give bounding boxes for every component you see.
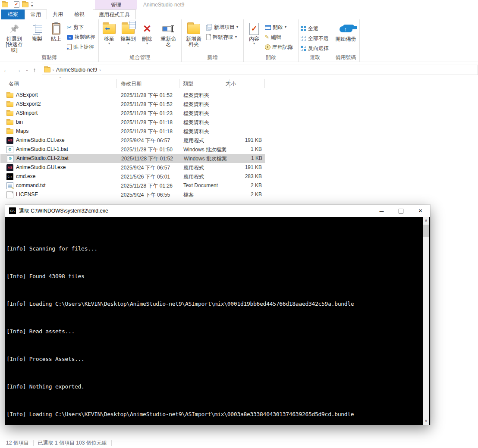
- table-row[interactable]: ASImport 2025/11/28 下午 01:23 檔案資料夾: [0, 109, 285, 118]
- file-type: 檔案資料夾: [183, 128, 209, 135]
- forward-button[interactable]: →: [12, 66, 24, 73]
- group-label-open: 開啟: [244, 54, 298, 61]
- folder-icon[interactable]: [2, 2, 8, 7]
- tab-application-tools[interactable]: 應用程式工具: [93, 9, 136, 19]
- divider: [36, 2, 36, 8]
- selection-summary: 已選取 1 個項目 103 個位元組: [38, 439, 107, 447]
- dropdown-arrow-icon: [235, 35, 237, 39]
- new-folder-icon: [187, 24, 200, 34]
- copy-to-button[interactable]: 複製到: [119, 20, 138, 47]
- tab-home[interactable]: 常用: [25, 9, 47, 19]
- table-row[interactable]: AnimeStudio.CLI-2.bat 2025/11/28 下午 01:5…: [0, 154, 265, 163]
- file-name[interactable]: Maps: [16, 128, 28, 134]
- new-folder-button[interactable]: 新增資料夾: [182, 20, 205, 49]
- properties-icon[interactable]: [14, 1, 19, 8]
- copy-path-button[interactable]: 複製路徑: [66, 33, 97, 41]
- paste-button[interactable]: 貼上: [47, 20, 66, 43]
- open-button[interactable]: 開啟: [264, 23, 294, 31]
- dropdown-arrow-icon: [236, 25, 238, 29]
- tab-file[interactable]: 檔案: [1, 9, 25, 19]
- copy-button[interactable]: 複製: [28, 20, 47, 43]
- scroll-up-icon[interactable]: [423, 217, 429, 224]
- table-row[interactable]: AnimeStudio.CLI-1.bat 2025/11/28 下午 01:5…: [0, 145, 285, 154]
- up-button[interactable]: ↑: [30, 66, 39, 73]
- file-name[interactable]: ASImport: [16, 110, 38, 116]
- table-row[interactable]: AnimeStudio.CLI.exe 2025/9/24 下午 06:57 應…: [0, 136, 285, 145]
- cmd-titlebar[interactable]: 選取 C:\WINDOWS\system32\cmd.exe: [5, 205, 430, 217]
- column-divider[interactable]: [264, 79, 265, 88]
- file-name[interactable]: cmd.exe: [16, 173, 35, 179]
- properties-button[interactable]: 內容: [245, 20, 264, 47]
- scrollbar[interactable]: [423, 217, 429, 425]
- select-none-button[interactable]: 全部不選: [299, 34, 330, 43]
- history-clock-icon: [265, 44, 270, 50]
- table-row[interactable]: AnimeStudio.GUI.exe 2025/9/24 下午 06:57 應…: [0, 163, 285, 172]
- easy-access-icon: [206, 34, 211, 40]
- column-header-date[interactable]: 修改日期: [121, 80, 142, 88]
- rename-button[interactable]: 重新命名: [157, 20, 180, 49]
- maximize-button[interactable]: [391, 205, 411, 217]
- scrollbar-thumb[interactable]: [423, 225, 429, 237]
- customize-toolbar-chevron-icon[interactable]: [31, 3, 33, 7]
- file-name[interactable]: AnimeStudio.GUI.exe: [16, 164, 66, 170]
- move-to-button[interactable]: 移至: [100, 20, 119, 47]
- ribbon-group-select: 全選 全部不選 反向選擇 選取: [299, 19, 332, 62]
- properties-icon: [249, 23, 259, 35]
- file-name[interactable]: AnimeStudio.CLI-2.bat: [16, 155, 69, 161]
- file-date: 2025/9/24 下午 06:57: [121, 164, 170, 172]
- table-row[interactable]: bin 2025/11/28 下午 01:18 檔案資料夾: [0, 118, 285, 127]
- minimize-button[interactable]: [372, 205, 391, 217]
- file-name[interactable]: bin: [16, 119, 23, 125]
- delete-icon: [143, 22, 151, 36]
- column-divider[interactable]: [116, 79, 117, 88]
- table-row[interactable]: cmd.exe 2021/5/26 下午 05:01 應用程式 283 KB: [0, 172, 285, 181]
- back-button[interactable]: ←: [0, 66, 12, 73]
- cmd-window[interactable]: 選取 C:\WINDOWS\system32\cmd.exe [Info] Sc…: [5, 205, 430, 425]
- file-name[interactable]: ASExport: [16, 92, 38, 98]
- pin-icon: [9, 22, 19, 36]
- address-input[interactable]: › AnimeStudio-net9 ›: [42, 65, 478, 75]
- scroll-down-icon[interactable]: [423, 417, 429, 425]
- file-name[interactable]: command.txt: [16, 182, 46, 188]
- tab-share[interactable]: 共用: [47, 9, 69, 19]
- file-size: 283 KB: [218, 173, 262, 179]
- column-header-size[interactable]: 大小: [226, 80, 236, 88]
- history-button[interactable]: 歷程記錄: [264, 43, 294, 51]
- invert-selection-button[interactable]: 反向選擇: [299, 44, 330, 53]
- quick-access-toolbar: [2, 1, 36, 8]
- table-row[interactable]: ASExport 2025/11/28 下午 01:52 檔案資料夾: [0, 91, 285, 100]
- delete-button[interactable]: 刪除: [138, 20, 157, 47]
- start-backup-button[interactable]: 開始備份: [334, 20, 358, 43]
- cmd-title: 選取 C:\WINDOWS\system32\cmd.exe: [19, 207, 108, 215]
- file-name[interactable]: AnimeStudio.CLI-1.bat: [16, 146, 68, 152]
- file-name[interactable]: ASExport2: [16, 101, 41, 107]
- file-name[interactable]: AnimeStudio.CLI.exe: [16, 137, 65, 143]
- table-row[interactable]: ASExport2 2025/11/28 下午 01:52 檔案資料夾: [0, 100, 285, 109]
- edit-button[interactable]: 編輯: [264, 33, 294, 41]
- new-item-button[interactable]: 新增項目: [205, 23, 239, 31]
- column-header-name[interactable]: 名稱: [9, 80, 19, 88]
- file-name[interactable]: LICENSE: [16, 191, 38, 197]
- pin-to-quick-access-button[interactable]: 釘選到 [快速存取]: [1, 20, 28, 54]
- new-item-icon: [206, 24, 210, 30]
- easy-access-button[interactable]: 輕鬆存取: [205, 33, 239, 41]
- column-header-type[interactable]: 類型: [183, 80, 193, 88]
- cut-button[interactable]: 剪下: [66, 23, 97, 31]
- divider: [11, 2, 11, 8]
- file-icon: [6, 182, 13, 189]
- paste-shortcut-button[interactable]: 貼上捷徑: [66, 43, 97, 51]
- table-row[interactable]: Maps 2025/11/28 下午 01:18 檔案資料夾: [0, 127, 285, 136]
- file-icon: [6, 146, 13, 153]
- table-row[interactable]: command.txt 2025/11/28 下午 01:26 Text Doc…: [0, 181, 285, 190]
- tab-view[interactable]: 檢視: [69, 9, 90, 19]
- breadcrumb[interactable]: AnimeStudio-net9: [56, 67, 97, 73]
- new-folder-icon[interactable]: [22, 2, 28, 7]
- column-divider[interactable]: [229, 79, 230, 88]
- table-row[interactable]: LICENSE 2025/9/24 下午 06:55 檔案 2 KB: [0, 190, 285, 199]
- file-date: 2025/9/24 下午 06:57: [121, 137, 170, 144]
- select-all-button[interactable]: 全選: [299, 24, 330, 33]
- breadcrumb-chevron-icon: ›: [99, 68, 101, 72]
- close-button[interactable]: [411, 205, 430, 217]
- column-divider[interactable]: [179, 79, 179, 88]
- recent-locations-chevron-icon[interactable]: ⌄: [24, 68, 30, 72]
